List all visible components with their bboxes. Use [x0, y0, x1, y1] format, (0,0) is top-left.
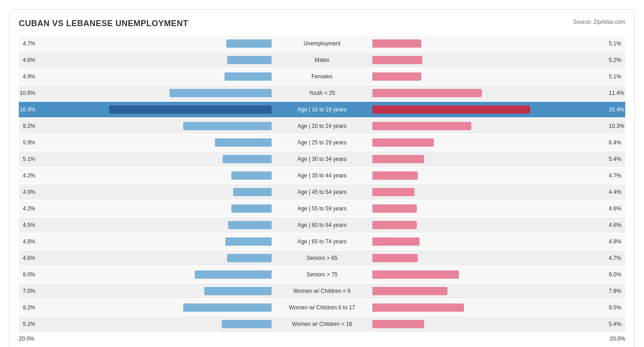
bar-row: 8.0% Seniors > 75 9.0% [19, 267, 625, 282]
right-section: 16.4% [372, 102, 625, 117]
right-value: 5.2% [609, 57, 625, 63]
left-bar-wrap [37, 254, 272, 262]
right-bar-wrap [372, 287, 607, 295]
right-bar [372, 303, 464, 312]
left-bar-wrap [37, 270, 272, 279]
left-section: 4.6% [19, 52, 272, 68]
right-section: 5.1% [372, 36, 625, 51]
left-bar [224, 72, 272, 81]
center-label: Age | 20 to 24 years [272, 123, 372, 129]
left-section: 4.9% [19, 69, 272, 84]
row-inner: 9.2% Age | 20 to 24 years 10.3% [19, 118, 625, 134]
center-label: Women w/ Children < 6 [272, 288, 372, 294]
bar-row: 5.1% Age | 30 to 34 years 5.4% [19, 151, 625, 167]
right-bar-wrap [372, 254, 607, 262]
left-bar [227, 254, 272, 262]
right-bar-wrap [372, 39, 607, 48]
right-bar-wrap [372, 72, 607, 81]
center-label: Women w/ Children 6 to 17 [272, 304, 372, 311]
left-value: 4.7% [19, 40, 35, 47]
center-label: Males [272, 57, 372, 63]
left-bar-wrap [37, 122, 272, 130]
left-value: 4.8% [19, 238, 35, 245]
chart-body: 4.7% Unemployment 5.1% 4.6% [19, 36, 625, 332]
right-bar-wrap [372, 270, 607, 279]
right-value: 4.9% [609, 238, 625, 245]
left-bar-wrap [37, 89, 272, 97]
center-label: Age | 65 to 74 years [272, 238, 372, 245]
right-section: 4.6% [372, 217, 625, 233]
right-value: 16.4% [609, 106, 625, 113]
left-section: 4.6% [19, 250, 272, 266]
center-label: Seniors > 75 [272, 271, 372, 278]
row-inner: 4.8% Age | 65 to 74 years 4.9% [19, 234, 625, 249]
right-bar [372, 237, 420, 246]
left-bar-wrap [37, 56, 272, 64]
chart-header: CUBAN VS LEBANESE UNEMPLOYMENT Source: Z… [19, 19, 625, 28]
right-bar [372, 72, 421, 81]
center-label: Age | 45 to 54 years [272, 189, 372, 195]
chart-container: CUBAN VS LEBANESE UNEMPLOYMENT Source: Z… [9, 9, 635, 347]
right-section: 10.3% [372, 118, 625, 134]
center-label: Seniors > 65 [272, 255, 372, 261]
center-label: Females [272, 73, 372, 80]
left-value: 9.2% [19, 304, 35, 311]
left-section: 4.2% [19, 168, 272, 183]
right-value: 4.4% [609, 189, 625, 195]
right-bar-wrap [372, 122, 607, 130]
bar-row: 4.0% Age | 45 to 54 years 4.4% [19, 184, 625, 200]
left-bar [231, 171, 272, 180]
left-value: 16.9% [19, 106, 35, 113]
right-value: 9.0% [609, 271, 625, 278]
right-section: 6.4% [372, 135, 625, 150]
bar-row: 4.6% Males 5.2% [19, 52, 625, 68]
left-bar [195, 270, 272, 279]
right-section: 5.2% [372, 52, 625, 68]
row-inner: 4.7% Unemployment 5.1% [19, 36, 625, 51]
bar-row: 4.8% Age | 65 to 74 years 4.9% [19, 234, 625, 249]
right-value: 4.7% [609, 172, 625, 179]
left-bar-wrap [37, 171, 272, 180]
left-value: 5.2% [19, 321, 35, 327]
bar-row: 10.6% Youth < 25 11.4% [19, 85, 625, 101]
center-label: Age | 25 to 29 years [272, 139, 372, 146]
left-bar-wrap [37, 39, 272, 48]
left-value: 4.2% [19, 205, 35, 212]
bar-row: 4.5% Age | 60 to 64 years 4.6% [19, 217, 625, 233]
bar-row: 5.9% Age | 25 to 29 years 6.4% [19, 135, 625, 150]
left-section: 5.2% [19, 316, 272, 332]
left-bar [228, 221, 272, 229]
left-section: 10.6% [19, 85, 272, 101]
center-label: Age | 60 to 64 years [272, 222, 372, 228]
center-label: Women w/ Children < 18 [272, 321, 372, 327]
right-bar [372, 204, 417, 213]
right-section: 4.4% [372, 184, 625, 200]
left-section: 8.0% [19, 267, 272, 282]
left-value: 4.0% [19, 189, 35, 195]
right-bar-wrap [372, 138, 607, 147]
left-bar [204, 287, 272, 295]
left-bar-wrap [37, 188, 272, 196]
left-bar [231, 204, 272, 213]
right-value: 5.1% [609, 40, 625, 47]
right-section: 4.7% [372, 168, 625, 183]
left-section: 4.0% [19, 184, 272, 200]
left-value: 4.6% [19, 255, 35, 261]
right-section: 5.4% [372, 316, 625, 332]
left-bar [169, 89, 272, 97]
row-inner: 4.6% Males 5.2% [19, 52, 625, 68]
left-bar [183, 122, 272, 130]
right-value: 7.8% [609, 288, 625, 294]
right-bar [372, 221, 417, 229]
right-value: 4.7% [609, 255, 625, 261]
right-section: 4.9% [372, 234, 625, 249]
bar-row: 4.2% Age | 35 to 44 years 4.7% [19, 168, 625, 183]
right-bar-wrap [372, 188, 607, 196]
left-bar [183, 303, 272, 312]
left-bar-wrap [37, 221, 272, 229]
row-inner: 5.9% Age | 25 to 29 years 6.4% [19, 135, 625, 150]
right-bar-wrap [372, 204, 607, 213]
left-bar-wrap [37, 72, 272, 81]
row-inner: 4.0% Age | 45 to 54 years 4.4% [19, 184, 625, 200]
left-bar [225, 237, 272, 246]
